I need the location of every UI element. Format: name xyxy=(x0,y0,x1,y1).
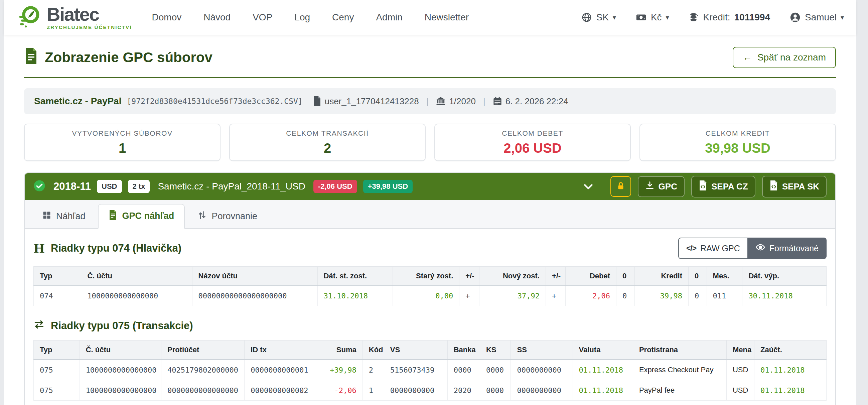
stat-value: 39,98 USD xyxy=(705,141,770,156)
table-cell: + xyxy=(459,286,479,306)
nav-right: SK ▾ Kč ▾ xyxy=(581,12,844,23)
column-header: Mes. xyxy=(707,267,742,286)
tab-label: Porovnanie xyxy=(212,211,257,222)
column-header: 0 xyxy=(689,267,707,286)
file-name: Sametic.cz - PayPal xyxy=(34,96,121,106)
view-toggle: </> RAW GPC Formátované xyxy=(678,238,827,259)
file-row-header[interactable]: 2018-11 USD 2 tx Sametic.cz - PayPal_201… xyxy=(25,173,835,200)
back-to-list-button[interactable]: ← Späť na zoznam xyxy=(733,47,836,68)
stat-label: CELKOM DEBET xyxy=(502,129,563,137)
table-cell: 5156073439 xyxy=(384,360,447,380)
column-header: Dát. st. zost. xyxy=(317,267,393,286)
tab-label: GPC náhľad xyxy=(122,211,174,221)
stat-value: 2 xyxy=(324,141,331,156)
table-cell: 0 xyxy=(616,286,635,306)
credit-value: 1011994 xyxy=(734,12,770,23)
file-row-title: Sametic.cz - PayPal_2018-11_USD xyxy=(158,181,305,192)
raw-gpc-button[interactable]: </> RAW GPC xyxy=(678,238,747,259)
column-header: Suma xyxy=(320,341,363,360)
nav-item-vop[interactable]: VOP xyxy=(253,12,272,23)
column-header: VS xyxy=(384,341,447,360)
tab-nahlad[interactable]: Náhľad xyxy=(31,204,96,229)
nav-item-ceny[interactable]: Ceny xyxy=(332,12,354,23)
banknote-icon xyxy=(636,12,647,23)
caret-down-icon: ▾ xyxy=(666,13,669,21)
sepa-cz-label: SEPA CZ xyxy=(711,182,748,192)
lock-icon xyxy=(616,182,625,192)
tabs-bar: Náhľad GPC náhľad xyxy=(25,200,835,229)
file-text-icon xyxy=(108,210,117,222)
section-074-head: H Riadky typu 074 (Hlavička) </> RAW GPC xyxy=(33,238,827,259)
currency-selector[interactable]: Kč ▾ xyxy=(636,12,669,23)
table-row: 0741000000000000000000000000000000000003… xyxy=(34,286,827,306)
header-rows-table: TypČ. účtuNázov účtuDát. st. zost.Starý … xyxy=(33,266,827,306)
file-id: user_1_1770412413228 xyxy=(325,96,419,106)
table-cell: 00000000000000000000 xyxy=(192,286,317,306)
section-074-title: H Riadky typu 074 (Hlavička) xyxy=(33,242,181,254)
table-row: 0751000000000000000402517980200000000000… xyxy=(34,360,827,380)
column-header: Typ xyxy=(34,267,81,286)
nav-item-navod[interactable]: Návod xyxy=(204,12,230,23)
table-cell: 074 xyxy=(34,286,81,306)
table-cell: 31.10.2018 xyxy=(317,286,393,306)
table-cell: 0 xyxy=(689,286,707,306)
table-cell: 0000000000001 xyxy=(245,360,320,380)
file-period: 1/2020 xyxy=(449,96,476,106)
table-cell: 0,00 xyxy=(393,286,459,306)
table-cell: 0000000000 xyxy=(511,380,572,401)
top-navbar: Biatec ZRYCHLUJEME ÚČETNICTVÍ Domov Návo… xyxy=(4,0,856,35)
header-h-icon: H xyxy=(33,242,45,254)
stat-card-credit: CELKOM KREDIT 39,98 USD xyxy=(640,124,836,161)
check-circle-icon xyxy=(33,180,45,193)
column-header: Protistrana xyxy=(633,341,726,360)
chevron-down-icon[interactable] xyxy=(582,181,594,192)
table-cell: 075 xyxy=(34,360,80,380)
table-cell: 2 xyxy=(363,360,384,380)
title-divider xyxy=(24,77,836,78)
language-selector[interactable]: SK ▾ xyxy=(581,12,616,23)
table-cell: 0000000000 xyxy=(511,360,572,380)
formatted-button[interactable]: Formátované xyxy=(747,238,827,259)
gpc-download-button[interactable]: GPC xyxy=(638,176,685,197)
brand-tagline: ZRYCHLUJEME ÚČETNICTVÍ xyxy=(47,25,132,30)
user-name: Samuel xyxy=(805,12,837,23)
sepa-sk-label: SEPA SK xyxy=(782,182,819,192)
table-cell: 1000000000000000 xyxy=(80,380,161,401)
globe-icon xyxy=(581,12,592,23)
caret-down-icon: ▾ xyxy=(613,13,616,21)
table-cell: 0000 xyxy=(447,360,480,380)
sepa-cz-button[interactable]: SEPA CZ xyxy=(691,176,755,197)
table-cell: 30.11.2018 xyxy=(742,286,827,306)
credit-label: Kredit: xyxy=(703,12,730,23)
column-header: Č. účtu xyxy=(81,267,192,286)
lock-button[interactable] xyxy=(611,176,631,197)
download-icon xyxy=(645,181,654,192)
user-menu[interactable]: Samuel ▾ xyxy=(789,12,844,23)
column-header: Zaúčt. xyxy=(754,341,826,360)
stats-row: VYTVORENÝCH SÚBOROV 1 CELKOM TRANSAKCIÍ … xyxy=(24,124,836,161)
calendar-icon xyxy=(493,96,502,106)
credit-badge: +39,98 USD xyxy=(363,180,413,193)
stat-label: VYTVORENÝCH SÚBOROV xyxy=(72,129,173,137)
tab-gpc-nahlad[interactable]: GPC náhľad xyxy=(98,204,185,229)
column-header: KS xyxy=(480,341,511,360)
section-075-head: Riadky typu 075 (Transakcie) xyxy=(33,319,827,333)
column-header: Starý zost. xyxy=(393,267,459,286)
separator: | xyxy=(426,96,429,106)
nav-item-domov[interactable]: Domov xyxy=(152,12,182,23)
brand-logo[interactable]: Biatec ZRYCHLUJEME ÚČETNICTVÍ xyxy=(16,4,132,31)
table-cell: USD xyxy=(726,360,754,380)
sepa-sk-button[interactable]: SEPA SK xyxy=(762,176,827,197)
file-filename: [972f2d8380e41531dce56f73de3cc362.CSV] xyxy=(127,97,302,105)
tab-porovnanie[interactable]: Porovnanie xyxy=(187,204,268,229)
column-header: Kód xyxy=(363,341,384,360)
stat-card-files: VYTVORENÝCH SÚBOROV 1 xyxy=(24,124,220,161)
table-cell: 01.11.2018 xyxy=(754,380,826,401)
nav-item-newsletter[interactable]: Newsletter xyxy=(425,12,469,23)
table-cell: 1000000000000000 xyxy=(81,286,192,306)
nav-item-admin[interactable]: Admin xyxy=(376,12,402,23)
table-cell: 01.11.2018 xyxy=(572,380,633,401)
page-head: Zobrazenie GPC súborov ← Späť na zoznam xyxy=(24,47,836,68)
gpc-button-label: GPC xyxy=(658,182,677,192)
nav-item-log[interactable]: Log xyxy=(294,12,310,23)
